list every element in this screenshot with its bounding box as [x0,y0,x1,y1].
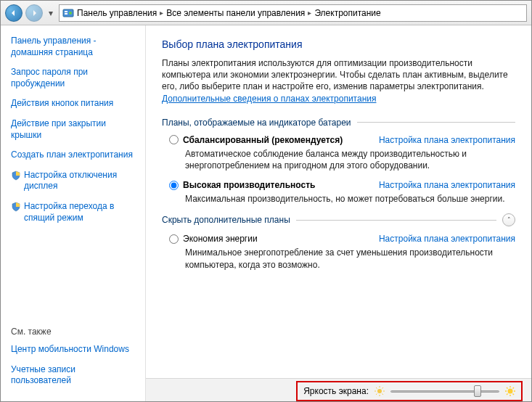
forward-button[interactable] [25,4,43,22]
plan-power-saver: Экономия энергии Настройка плана электро… [169,234,515,270]
sun-dim-icon [375,386,385,396]
plan-balanced: Сбалансированный (рекомендуется) Настрой… [169,135,515,171]
plan-saver-desc: Минимальное энергопотребление за счет ум… [185,247,515,270]
plan-saver-name: Экономия энергии [183,234,258,244]
bottom-bar: Яркость экрана: [146,378,531,402]
plan-balanced-desc: Автоматическое соблюдение баланса между … [185,148,515,171]
svg-point-3 [69,12,72,15]
sidebar-link-display-off[interactable]: Настройка отключения дисплея [24,170,136,192]
page-heading: Выбор плана электропитания [162,38,515,50]
brightness-label: Яркость экрана: [303,386,369,396]
slider-track [390,390,499,393]
svg-line-10 [382,393,384,395]
sidebar-link-sleep[interactable]: Настройка перехода в спящий режим [24,201,136,223]
svg-rect-1 [65,11,67,12]
plan-high-desc: Максимальная производительность, но може… [185,193,515,205]
toolbar: ▾ Панель управления ▸ Все элементы панел… [1,1,531,25]
chevron-right-icon: ▸ [160,9,163,17]
divider [357,122,515,123]
plan-high-radio[interactable] [169,181,179,190]
plan-balanced-radio-label[interactable]: Сбалансированный (рекомендуется) [169,135,343,145]
chevron-right-icon: ▸ [308,9,311,17]
breadcrumb-level2[interactable]: Все элементы панели управления [166,8,305,18]
plan-balanced-configure-link[interactable]: Настройка плана электропитания [379,135,515,145]
plan-high-radio-label[interactable]: Высокая производительность [169,180,315,190]
svg-line-20 [507,393,508,395]
plan-balanced-radio[interactable] [169,135,179,144]
divider [296,220,496,221]
svg-line-11 [376,393,377,395]
sidebar-link-create-plan[interactable]: Создать план электропитания [11,149,136,161]
group1-title: Планы, отображаемые на индикаторе батаре… [162,118,351,128]
sun-bright-icon [505,386,515,396]
sidebar-link-password[interactable]: Запрос пароля при пробуждении [11,67,136,89]
slider-thumb[interactable] [474,385,481,397]
see-also-header: См. также [11,327,136,337]
svg-line-9 [376,387,377,389]
back-button[interactable] [5,4,22,22]
see-also-mobility[interactable]: Центр мобильности Windows [11,344,136,356]
address-bar[interactable]: Панель управления ▸ Все элементы панели … [59,4,527,22]
sidebar-home-link[interactable]: Панель управления - домашняя страница [11,36,136,58]
sidebar: Панель управления - домашняя страница За… [1,25,146,402]
see-also-users[interactable]: Учетные записи пользователей [11,364,136,387]
svg-line-21 [513,387,515,389]
sidebar-link-lid-close[interactable]: Действие при закрытии крышки [11,118,136,141]
sidebar-link-power-buttons[interactable]: Действия кнопок питания [11,98,136,110]
svg-line-19 [513,393,515,395]
svg-line-18 [507,387,508,389]
collapse-button[interactable]: ˄ [502,213,515,226]
brightness-control-box: Яркость экрана: [296,381,523,401]
plan-saver-radio-label[interactable]: Экономия энергии [169,234,258,244]
control-panel-icon [62,7,74,19]
svg-line-12 [382,387,384,389]
breadcrumb-level3[interactable]: Электропитание [314,8,380,18]
group2-title: Скрыть дополнительные планы [162,215,290,225]
svg-rect-2 [65,13,67,15]
nav-history-dropdown[interactable]: ▾ [46,7,56,20]
plan-high-configure-link[interactable]: Настройка плана электропитания [379,180,515,190]
breadcrumb-level1[interactable]: Панель управления [77,8,157,18]
chevron-up-icon: ˄ [507,216,511,223]
plan-high-name: Высокая производительность [183,180,315,190]
brightness-slider[interactable] [390,385,499,398]
group-battery-plans: Планы, отображаемые на индикаторе батаре… [162,118,515,128]
plan-saver-radio[interactable] [169,234,179,244]
intro-paragraph: Планы электропитания используются для оп… [162,57,515,104]
plan-balanced-name: Сбалансированный (рекомендуется) [183,135,343,145]
intro-text: Планы электропитания используются для оп… [162,58,508,91]
main-content: Выбор плана электропитания Планы электро… [146,25,531,402]
group-additional-plans: Скрыть дополнительные планы ˄ [162,213,515,226]
plan-saver-configure-link[interactable]: Настройка плана электропитания [379,234,515,244]
svg-point-4 [377,389,382,393]
svg-point-13 [508,388,513,393]
intro-help-link[interactable]: Дополнительные сведения о планах электро… [162,94,376,104]
plan-high-performance: Высокая производительность Настройка пла… [169,180,515,205]
shield-icon [11,171,21,181]
shield-icon [11,202,21,212]
